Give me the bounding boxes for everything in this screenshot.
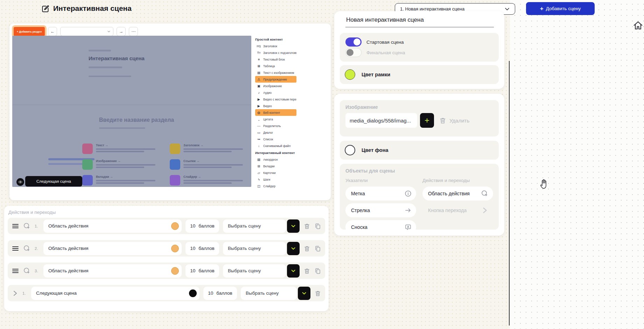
menu-item-dialog[interactable]: ▭Диалог [255,129,296,136]
menu-item-separator[interactable]: —Разделитель [255,122,296,129]
back-button[interactable]: ← [48,27,57,36]
chevron-right-icon[interactable] [12,290,19,297]
video-camera-icon: ▶ [257,97,261,101]
duplicate-row-icon[interactable] [314,245,321,252]
target-scene-select[interactable]: Выбрать сцену [223,219,286,233]
menu-item-warning[interactable]: ⚠Предупреждение [255,76,296,83]
menu-item-table[interactable]: ⊞Таблица [255,63,296,69]
points-label: баллов [216,290,232,296]
delete-row-icon[interactable] [303,245,310,252]
action-name-input[interactable]: Область действия [43,219,182,233]
action-name-input[interactable]: Область действия [43,242,182,255]
image-block: Изображение media_dialogs/558/imag... + … [340,100,499,136]
scene-canvas[interactable] [510,0,644,329]
menu-item-steps[interactable]: ϟШаги [255,176,296,183]
add-label-button[interactable]: Метка [345,187,416,201]
content-card-image: Изображение → [82,159,164,170]
frame-color-swatch[interactable] [345,69,355,80]
quote-icon: „ [257,117,261,121]
menu-item-text-block[interactable]: ≡Текстовый блок [255,56,296,63]
image-path-input[interactable]: media_dialogs/558/imag... [345,113,417,128]
menu-item-web-content[interactable]: ◍Веб-контент [255,109,296,116]
scene-select-chevron-button[interactable] [298,287,310,300]
add-transition-button[interactable]: Кнопка перехода [422,203,493,217]
scene-select-chevron-button[interactable] [287,264,300,278]
marker-color-swatch[interactable] [171,267,179,275]
menu-item-slider[interactable]: ◫Слайдер [255,183,296,188]
next-scene-tooltip[interactable]: Следующая сцена [25,176,82,187]
section-select[interactable] [60,27,113,36]
marker-color-swatch[interactable] [171,222,179,230]
background-color-swatch[interactable] [345,145,355,155]
card-icon [82,144,93,154]
actions-panel-title: Действия и переходы [8,210,56,215]
content-card-slider: Слайдер → [170,175,251,186]
action-name-input[interactable]: Область действия [43,264,182,278]
preview-toolbar: + Добавить раздел ← → ⋯ [14,27,138,36]
target-scene-select[interactable]: Выбрать сцену [241,287,297,300]
action-row: 1. Область действия 10 баллов Выбрать сц… [8,218,325,234]
final-scene-label: Финальная сцена [366,50,405,55]
add-action-area-button[interactable]: Область действия [422,187,493,201]
menu-item-heading[interactable]: H1Заголовок [255,43,296,49]
start-scene-toggle[interactable] [345,37,362,47]
duplicate-row-icon[interactable] [314,267,321,274]
drag-handle-icon[interactable] [12,245,19,252]
target-scene-select[interactable]: Выбрать сцену [223,264,286,278]
points-input[interactable]: 10 баллов [203,287,237,300]
menu-item-accordion[interactable]: ▤Аккордеон [255,156,296,163]
scene-name-input[interactable]: Новая интерактивная сцена [346,16,493,23]
marker-color-swatch[interactable] [189,289,197,297]
frame-color-block: Цвет рамки [340,65,499,84]
next-scene-name-input[interactable]: Следующая сцена [31,287,200,300]
menu-item-cards[interactable]: ▱Карточки [255,169,296,176]
frame-color-label: Цвет рамки [362,72,390,77]
more-button[interactable]: ⋯ [129,27,138,36]
points-value: 10 [208,290,213,296]
add-image-button[interactable]: + [420,113,434,128]
text-block-icon: ≡ [257,57,261,61]
panel-divider [509,61,510,326]
card-title: Текст → [96,144,155,147]
points-input[interactable]: 10 баллов [186,242,219,255]
objects-title: Объекты для сцены [345,168,493,174]
arrow-right-icon [405,207,412,214]
final-scene-toggle[interactable] [345,48,362,57]
eye-icon[interactable] [16,178,24,186]
content-blocks-menu: Простой контент H1Заголовок TтЗаголовок … [253,36,296,188]
info-icon [405,190,412,197]
scene-select-chevron-button[interactable] [287,242,300,255]
delete-row-icon[interactable] [303,223,310,230]
target-scene-select[interactable]: Выбрать сцену [223,242,286,255]
points-input[interactable]: 10 баллов [186,264,219,278]
delete-row-icon[interactable] [314,290,321,297]
menu-item-image[interactable]: ▣Изображение [255,83,296,89]
menu-item-video[interactable]: ▶Видео [255,103,296,109]
menu-item-sign-language-video[interactable]: ▶Видео с жестовым переводом [255,96,296,103]
menu-item-downloadable-file[interactable]: ↓Скачиваемый файл [255,142,296,149]
add-footnote-button[interactable]: Сноска [345,220,416,234]
duplicate-row-icon[interactable] [314,223,321,230]
menu-item-audio[interactable]: ♪Аудио [255,89,296,96]
menu-item-tabs[interactable]: ⊟Вкладки [255,163,296,169]
add-scene-button[interactable]: + Добавить сцену [526,2,595,15]
delete-row-icon[interactable] [303,267,310,274]
card-icon [170,159,180,170]
menu-item-list[interactable]: ≔Список [255,136,296,142]
scene-select-chevron-button[interactable] [287,219,300,233]
row-number: 1. [22,291,27,295]
add-arrow-button[interactable]: Стрелка [345,203,416,217]
menu-item-text-with-image[interactable]: ▤Текст с изображением [255,69,296,76]
forward-button[interactable]: → [117,27,126,36]
menu-item-quote[interactable]: „Цитата [255,116,296,122]
action-name-value: Область действия [48,268,171,273]
delete-image-label[interactable]: Удалить [449,118,469,124]
menu-item-heading-subheading[interactable]: TтЗаголовок с подзаголовком [255,49,296,56]
points-input[interactable]: 10 баллов [186,219,219,233]
marker-color-swatch[interactable] [171,245,179,252]
drag-handle-icon[interactable] [12,267,19,275]
drag-handle-icon[interactable] [12,222,19,230]
home-icon[interactable] [632,20,644,31]
delete-image-icon[interactable] [439,117,447,124]
add-section-button[interactable]: + Добавить раздел [14,27,45,36]
